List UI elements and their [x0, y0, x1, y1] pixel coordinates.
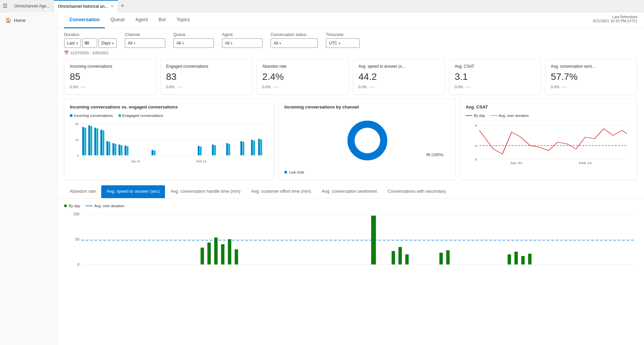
svg-rect-36	[258, 139, 260, 155]
bottom-metric-tabs: Abandon rate Avg. speed to answer (sec) …	[57, 185, 644, 198]
tab-bot[interactable]: Bot	[153, 12, 171, 28]
tab-conversations-with-secondary[interactable]: Conversations with secondary	[382, 185, 451, 198]
svg-rect-69	[514, 252, 518, 264]
kpi-abandon-rate: Abandon rate 2.4% 0.0% —	[256, 59, 348, 95]
sidebar-item-home[interactable]: 🏠 Home	[0, 15, 57, 26]
chevron-down-icon: ▾	[231, 41, 232, 45]
svg-rect-23	[127, 146, 129, 155]
chevron-down-icon: ▾	[279, 41, 281, 45]
conversation-status-select[interactable]: All ▾	[271, 38, 318, 48]
line-chart-area: 4 3 2 Jan 31 Feb 14	[466, 120, 632, 167]
duration-preset-select[interactable]: Last ▾	[64, 38, 81, 48]
svg-rect-33	[243, 142, 244, 155]
tab-conversation[interactable]: Conversation	[64, 12, 105, 28]
avg-duration-legend: Avg. over duration	[491, 114, 529, 118]
svg-text:10: 10	[75, 138, 79, 142]
incoming-by-channel-chart: Incoming conversations by channel 85 (10…	[279, 99, 456, 180]
svg-rect-21	[121, 145, 122, 155]
svg-rect-60	[228, 239, 231, 264]
incoming-legend-dot	[70, 114, 73, 117]
timezone-filter: Timezone UTC ▾	[326, 32, 360, 48]
filters-row: Duration Last ▾ Days ▾ Channel All	[57, 28, 644, 49]
nav-tabs: Conversation Queue Agent Bot Topics Last…	[57, 12, 644, 28]
tab-avg-conversation-handle-time[interactable]: Avg. conversation handle time (min)	[165, 185, 246, 198]
avg-duration-bottom-legend: Avg. over duration	[86, 204, 124, 208]
tab-avg-speed-to-answer[interactable]: Avg. speed to answer (sec)	[101, 185, 165, 198]
svg-rect-31	[228, 144, 230, 155]
agent-filter: Agent All ▾	[222, 32, 262, 48]
charts-row: Incoming conversations vs. engaged conve…	[57, 99, 644, 184]
svg-rect-62	[371, 216, 376, 264]
incoming-vs-engaged-chart: Incoming conversations vs. engaged conve…	[64, 99, 275, 180]
svg-rect-24	[151, 150, 153, 155]
svg-rect-57	[207, 243, 211, 264]
tab-agent[interactable]: Agent	[130, 12, 153, 28]
tab-topics[interactable]: Topics	[171, 12, 195, 28]
date-range: 📅 12/27/2020 - 3/26/2021	[57, 49, 644, 56]
duration-value-input[interactable]	[82, 38, 97, 48]
queue-filter: Queue All ▾	[173, 32, 214, 48]
donut-legend: Live chat	[284, 170, 450, 174]
svg-rect-15	[103, 130, 104, 155]
svg-text:Feb 14: Feb 14	[196, 160, 206, 163]
svg-text:2: 2	[475, 158, 477, 161]
solid-line-icon	[466, 115, 472, 116]
svg-rect-63	[392, 251, 395, 264]
bar-chart-area: 20 10 0 Jan 31 Feb 14	[70, 120, 269, 167]
chevron-down-icon: ▾	[134, 41, 135, 45]
svg-text:100: 100	[73, 212, 80, 216]
svg-rect-27	[200, 147, 202, 155]
agent-select[interactable]: All ▾	[222, 38, 262, 48]
browser-chrome: ☰ Omnichannel Age... Omnichannel histori…	[0, 0, 644, 12]
queue-select[interactable]: All ▾	[173, 38, 214, 48]
svg-text:3: 3	[475, 144, 477, 148]
tab-queue[interactable]: Queue	[105, 12, 130, 28]
svg-text:4: 4	[475, 124, 477, 127]
svg-rect-70	[521, 256, 525, 264]
by-day-bottom-legend: By day	[64, 204, 80, 208]
svg-rect-10	[88, 125, 90, 155]
svg-point-39	[355, 128, 380, 153]
svg-rect-26	[198, 146, 199, 155]
svg-rect-35	[253, 140, 255, 155]
svg-rect-8	[82, 127, 84, 155]
bottom-legend: By day Avg. over duration	[64, 204, 637, 208]
tab-omnichannel-agent[interactable]: Omnichannel Age...	[10, 0, 54, 12]
timezone-select[interactable]: UTC ▾	[326, 38, 360, 48]
avg-duration-dash-icon	[86, 206, 92, 206]
donut-chart-area: 85 (100%)	[284, 114, 450, 167]
svg-rect-59	[221, 244, 224, 264]
bar-chart-svg: 20 10 0 Jan 31 Feb 14	[70, 120, 269, 167]
bottom-chart-section: By day Avg. over duration 100 50 0	[57, 198, 644, 278]
svg-text:0: 0	[77, 262, 79, 266]
add-tab-button[interactable]: +	[118, 2, 127, 9]
svg-rect-30	[226, 143, 228, 155]
tab-abandon-rate[interactable]: Abandon rate	[64, 185, 101, 198]
chevron-down-icon: ▾	[76, 41, 78, 45]
dotted-line-icon	[491, 115, 497, 116]
tab-avg-customer-effort-time[interactable]: Avg. customer effort time (min)	[246, 185, 316, 198]
tab-avg-conversation-sentiment[interactable]: Avg. conversation sentiment	[316, 185, 382, 198]
by-day-legend: By day	[466, 114, 485, 118]
svg-rect-61	[235, 249, 238, 264]
main-content: Conversation Queue Agent Bot Topics Last…	[57, 12, 644, 345]
browser-menu-icon[interactable]: ☰	[3, 3, 7, 9]
close-tab-icon[interactable]: ✕	[111, 4, 114, 8]
tab-omnichannel-historical[interactable]: Omnichannel historical an... ✕	[54, 0, 118, 12]
kpi-avg-csat: Avg. CSAT 3.1 0.0% —	[449, 59, 541, 95]
svg-text:20: 20	[75, 122, 79, 126]
svg-rect-64	[398, 247, 402, 264]
legend-incoming: Incoming conversations	[70, 114, 113, 118]
svg-rect-11	[90, 126, 92, 155]
channel-select[interactable]: All ▾	[125, 38, 165, 48]
svg-rect-68	[508, 254, 511, 264]
svg-rect-34	[251, 140, 253, 155]
kpi-incoming-conversations: Incoming conversations 85 0.0% —	[64, 59, 156, 95]
svg-rect-22	[124, 146, 126, 155]
bar-chart-legend: Incoming conversations Enagaged conversa…	[70, 114, 269, 118]
duration-filter: Duration Last ▾ Days ▾	[64, 32, 117, 48]
by-day-green-dot	[64, 205, 67, 207]
duration-unit-select[interactable]: Days ▾	[99, 38, 117, 48]
svg-rect-67	[446, 250, 450, 264]
svg-text:Jan 31: Jan 31	[131, 160, 140, 163]
